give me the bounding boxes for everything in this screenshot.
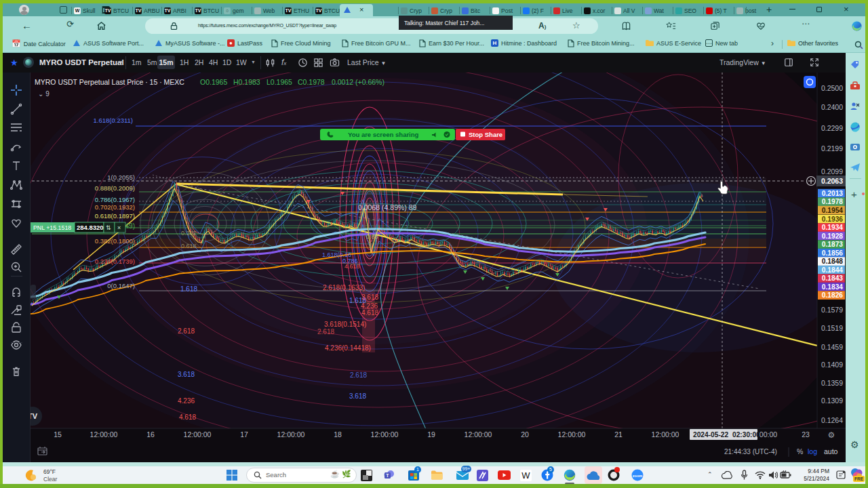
svg-text:2024-05-22: 2024-05-22 — [693, 431, 728, 439]
svg-text:0(0.1647): 0(0.1647) — [107, 282, 135, 289]
svg-text:0.618: 0.618 — [181, 243, 197, 249]
svg-text:20: 20 — [521, 430, 529, 439]
svg-text:H0.1983: H0.1983 — [233, 78, 260, 86]
svg-text:0.1928: 0.1928 — [822, 232, 843, 240]
svg-text:0.88: 0.88 — [366, 233, 378, 240]
svg-text:4.236(0.14418): 4.236(0.14418) — [325, 344, 371, 352]
svg-text:02:30:00: 02:30:00 — [732, 431, 760, 439]
svg-text:⇅: ⇅ — [106, 224, 111, 231]
svg-text:21:44:33 (UTC-4): 21:44:33 (UTC-4) — [724, 448, 777, 455]
svg-text:⚙: ⚙ — [828, 430, 835, 440]
svg-text:MYRO USDT Perpetual Last Price: MYRO USDT Perpetual Last Price · 15 · ME… — [35, 78, 184, 86]
svg-text:12:00:00: 12:00:00 — [371, 430, 399, 439]
svg-text:00:00: 00:00 — [760, 430, 777, 439]
svg-text:TV: TV — [31, 412, 38, 420]
svg-text:0.702(0.1932): 0.702(0.1932) — [95, 203, 135, 211]
svg-text:2.618: 2.618 — [317, 328, 334, 336]
svg-text:0.1873: 0.1873 — [822, 241, 843, 248]
svg-text:×: × — [117, 224, 121, 231]
svg-text:0.1844: 0.1844 — [822, 266, 843, 274]
svg-text:18: 18 — [334, 430, 342, 439]
svg-text:12:00:00: 12:00:00 — [184, 430, 212, 439]
svg-text:19: 19 — [427, 430, 435, 439]
svg-text:17: 17 — [240, 430, 248, 439]
svg-text:0.1409: 0.1409 — [821, 361, 843, 369]
svg-text:23: 23 — [802, 430, 810, 439]
svg-text:log: log — [808, 447, 817, 455]
svg-text:0.2199: 0.2199 — [821, 144, 843, 152]
svg-text:3.618: 3.618 — [349, 392, 366, 400]
svg-text:0.1856: 0.1856 — [822, 249, 843, 257]
svg-text:W: W — [521, 470, 530, 481]
svg-text:12:00:00: 12:00:00 — [465, 430, 492, 439]
svg-text:0.1978: 0.1978 — [822, 198, 843, 205]
svg-text:0.2500: 0.2500 — [821, 84, 843, 92]
svg-text:12:00:00: 12:00:00 — [558, 430, 586, 439]
svg-text:0.1954: 0.1954 — [822, 207, 843, 214]
svg-text:21: 21 — [614, 430, 623, 439]
svg-text:4.618: 4.618 — [361, 309, 378, 317]
svg-text:0.0012 (+0.66%): 0.0012 (+0.66%) — [332, 78, 384, 86]
svg-text:0.1519: 0.1519 — [821, 324, 843, 332]
svg-text:0.382: 0.382 — [181, 230, 197, 237]
svg-text:0.888(0.2009): 0.888(0.2009) — [95, 184, 135, 192]
svg-text:0.2013: 0.2013 — [822, 190, 843, 197]
svg-text:2.618: 2.618 — [178, 327, 195, 335]
svg-text:%: % — [797, 447, 803, 455]
svg-text:12:00:00: 12:00:00 — [652, 430, 679, 439]
svg-text:284.8320: 284.8320 — [77, 224, 104, 231]
svg-text:0.1459: 0.1459 — [821, 343, 843, 351]
svg-text:0.1834: 0.1834 — [822, 283, 843, 291]
svg-text:2.618: 2.618 — [350, 371, 367, 379]
svg-text:2.618(0.1633): 2.618(0.1633) — [323, 284, 365, 291]
svg-text:0.1934: 0.1934 — [822, 224, 843, 231]
svg-text:12:00:00: 12:00:00 — [277, 430, 305, 439]
svg-text:4.618: 4.618 — [344, 263, 360, 270]
svg-text:auto: auto — [824, 447, 838, 455]
svg-text:15: 15 — [54, 430, 62, 439]
svg-text:PNL +15.1518: PNL +15.1518 — [33, 224, 71, 231]
svg-text:12:00:00: 12:00:00 — [90, 430, 118, 439]
svg-text:0.1309: 0.1309 — [821, 396, 843, 405]
svg-text:0.786(0.1967): 0.786(0.1967) — [95, 196, 135, 203]
svg-text:L0.1965: L0.1965 — [267, 78, 292, 86]
svg-text:3.618: 3.618 — [178, 371, 195, 378]
svg-text:0.1264: 0.1264 — [821, 416, 843, 424]
svg-text:0.1826: 0.1826 — [822, 291, 843, 299]
svg-text:0.1848: 0.1848 — [822, 258, 843, 265]
svg-text:T: T — [386, 473, 389, 478]
svg-text:0.1936: 0.1936 — [822, 216, 843, 223]
svg-text:1(0.2055): 1(0.2055) — [107, 174, 135, 181]
svg-text:1.618(0.2311): 1.618(0.2311) — [94, 117, 133, 124]
svg-text:0.2400: 0.2400 — [821, 103, 843, 111]
svg-text:0.1359: 0.1359 — [821, 379, 843, 387]
svg-text:⌄ 9: ⌄ 9 — [38, 90, 50, 98]
svg-text:4.236: 4.236 — [178, 397, 195, 405]
svg-text:O0.1965: O0.1965 — [200, 78, 227, 86]
svg-text:C0.1978: C0.1978 — [298, 78, 325, 86]
svg-text:0.1843: 0.1843 — [822, 274, 843, 282]
svg-text:0.618(0.1897): 0.618(0.1897) — [95, 212, 135, 220]
svg-text:0.1579: 0.1579 — [821, 306, 843, 314]
svg-text:0.382(0.1800): 0.382(0.1800) — [95, 237, 135, 245]
svg-text:3.618: 3.618 — [361, 293, 378, 301]
svg-text:zoom: zoom — [633, 474, 642, 478]
svg-text:16: 16 — [146, 430, 155, 439]
svg-text:You are screen sharing: You are screen sharing — [348, 131, 419, 138]
svg-text:0.2063: 0.2063 — [821, 177, 843, 185]
svg-text:4.618: 4.618 — [179, 413, 196, 421]
svg-text:1.618: 1.618 — [180, 285, 197, 293]
svg-text:0.2099: 0.2099 — [821, 167, 843, 176]
svg-text:0.2299: 0.2299 — [821, 124, 843, 132]
svg-text:0.236(0.1739): 0.236(0.1739) — [95, 258, 135, 265]
svg-text:0.0068 (4.89%) 89: 0.0068 (4.89%) 89 — [358, 203, 417, 211]
svg-text:49): 49) — [125, 222, 135, 230]
svg-text:3.618(0.1514): 3.618(0.1514) — [324, 321, 366, 328]
svg-text:Stop Share: Stop Share — [469, 131, 502, 138]
